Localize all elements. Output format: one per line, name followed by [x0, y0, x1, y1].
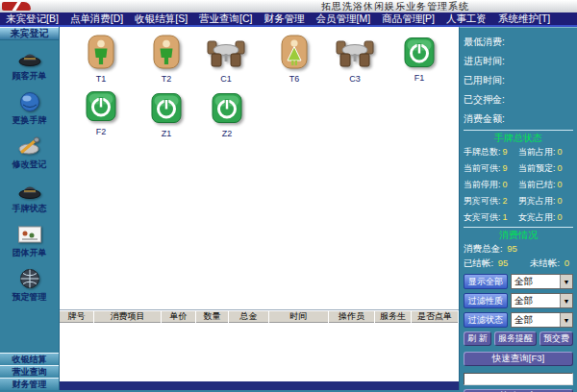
- sidebar-item-修改登记[interactable]: 修改登记: [0, 134, 59, 171]
- stat-label: 手牌总数:: [464, 147, 501, 157]
- titlebar: 拓思洗浴休闲娱乐业务管理系统: [0, 0, 577, 12]
- sidebar-group-营业查询[interactable]: 营业查询: [0, 365, 59, 378]
- filter-dropdown-显示全部[interactable]: 全部▼: [511, 274, 573, 289]
- floor-cell-T1[interactable]: T1: [79, 35, 123, 84]
- prepay-button[interactable]: 预交费: [539, 331, 573, 346]
- sidebar-item-label: 更换手牌: [13, 114, 47, 127]
- dropdown-value: 全部: [514, 295, 533, 307]
- service-reminder-button[interactable]: 服务提醒: [494, 331, 537, 346]
- power-icon: [151, 111, 182, 128]
- floor-status-canvas: T1T2C1T6C3F1F2Z1Z2: [60, 27, 459, 310]
- menu-item-9[interactable]: 系统维护[T]: [492, 12, 556, 26]
- floor-cell-Z2[interactable]: Z2: [205, 92, 249, 138]
- filter-button-过滤状态[interactable]: 过滤状态: [464, 312, 508, 328]
- sidebar-item-手牌状态[interactable]: 手牌状态: [0, 178, 59, 215]
- floor-cell-label: T2: [144, 74, 188, 84]
- quick-query-button[interactable]: 快速查询[F3]: [464, 352, 573, 366]
- menu-item-8[interactable]: 人事工资: [440, 12, 492, 26]
- floor-cell-F1[interactable]: F1: [397, 37, 441, 83]
- grid-column-牌号: 牌号: [60, 310, 94, 323]
- menu-item-6[interactable]: 会员管理[M]: [311, 12, 377, 26]
- total-consumption-value: 95: [507, 243, 517, 254]
- unsettled-pair: 未结帐: 0: [530, 257, 569, 270]
- tag-status-stats: 手牌总数:9当前占用:0当前可供:9当前预定:0当前停用:0当前已结:0男宾可供…: [464, 146, 573, 224]
- info-field-消费金额: 消费金额:: [464, 110, 573, 129]
- filter-button-过滤性质[interactable]: 过滤性质: [464, 293, 508, 308]
- stat-value: 9: [503, 147, 508, 157]
- grid-column-数量: 数量: [196, 310, 229, 323]
- floor-cell-T6[interactable]: T6: [272, 35, 316, 84]
- sidebar-item-更换手牌[interactable]: 更换手牌: [0, 89, 59, 127]
- sidebar-collapsed-groups: 收银结算营业查询财务管理: [0, 353, 59, 390]
- sidebar-group-guest-registration[interactable]: 来宾登记: [0, 27, 59, 40]
- sidebar-item-顾客开单[interactable]: 顾客开单: [0, 45, 59, 83]
- floor-cell-label: F1: [397, 73, 441, 83]
- chevron-down-icon[interactable]: ▼: [560, 294, 572, 307]
- stat-手牌总数: 手牌总数:9: [464, 146, 518, 159]
- grid-column-单价: 单价: [162, 310, 196, 323]
- tag-status-section-header: 手牌总状态: [464, 133, 573, 144]
- floor-cell-label: T1: [79, 74, 123, 84]
- quick-query-input[interactable]: [464, 373, 573, 385]
- main-area: T1T2C1T6C3F1F2Z1Z2 牌号消费项目单价数量总金时间操作员服务生是…: [60, 27, 459, 390]
- hat-icon: [15, 178, 44, 202]
- dropdown-value: 全部: [514, 314, 533, 327]
- sphere-icon: [15, 89, 44, 113]
- power-icon: [404, 56, 435, 72]
- action-button-row: 刷 新 服务提醒 预交费: [464, 331, 573, 346]
- stat-label: 男宾可供:: [464, 196, 501, 206]
- menu-item-5[interactable]: 财务管理: [259, 12, 311, 26]
- stat-label: 当前已结:: [518, 180, 556, 189]
- menu-item-1[interactable]: 来宾登记[B]: [0, 12, 64, 26]
- settled-pair: 已结帐: 95: [464, 257, 508, 270]
- filter-rows: 显示全部全部▼过滤性质全部▼过滤状态全部▼: [464, 274, 573, 328]
- stat-value: 0: [558, 147, 563, 157]
- stat-value: 0: [558, 196, 563, 206]
- power-icon: [212, 111, 242, 128]
- globe-icon: [15, 266, 44, 290]
- stat-当前已结: 当前已结:0: [518, 179, 573, 191]
- hat-icon: [15, 45, 44, 69]
- stat-男宾占用: 男宾占用:0: [518, 195, 573, 208]
- sidebar-group-收银结算[interactable]: 收银结算: [0, 353, 59, 365]
- stat-value: 2: [503, 196, 508, 206]
- left-sidebar: 来宾登记 顾客开单更换手牌修改登记手牌状态团体开单预定管理 收银结算营业查询财务…: [0, 27, 60, 390]
- sidebar-item-label: 手牌状态: [13, 203, 47, 215]
- stat-男宾可供: 男宾可供:2: [464, 195, 518, 208]
- stat-value: 1: [503, 212, 508, 222]
- divider: [464, 130, 573, 131]
- stat-当前预定: 当前预定:0: [518, 162, 573, 175]
- filter-button-显示全部[interactable]: 显示全部: [464, 274, 508, 289]
- sidebar-item-label: 顾客开单: [13, 70, 47, 83]
- sidebar-item-预定管理[interactable]: 预定管理: [0, 266, 59, 304]
- grid-column-消费项目: 消费项目: [94, 310, 162, 323]
- window-title: 拓思洗浴休闲娱乐业务管理系统: [321, 0, 469, 13]
- floor-cell-label: C1: [204, 74, 248, 84]
- filter-dropdown-过滤性质[interactable]: 全部▼: [511, 293, 573, 308]
- filter-dropdown-过滤状态[interactable]: 全部▼: [511, 312, 573, 328]
- info-field-进店时间: 进店时间:: [464, 52, 573, 71]
- stat-当前停用: 当前停用:0: [464, 179, 518, 191]
- menu-item-4[interactable]: 营业查询[C]: [193, 12, 258, 26]
- chevron-down-icon[interactable]: ▼: [560, 275, 572, 288]
- app-window: 拓思洗浴休闲娱乐业务管理系统 来宾登记[B]点单消费[D]收银结算[S]营业查询…: [0, 0, 577, 392]
- filter-row-过滤性质: 过滤性质全部▼: [464, 293, 573, 308]
- menu-item-7[interactable]: 商品管理[P]: [376, 12, 440, 26]
- chevron-down-icon[interactable]: ▼: [560, 313, 572, 327]
- stat-当前占用: 当前占用:0: [518, 146, 573, 159]
- app-logo-icon: [2, 2, 31, 11]
- floor-cell-Z1[interactable]: Z1: [144, 92, 188, 138]
- menu-item-3[interactable]: 收银结算[S]: [129, 12, 193, 26]
- sidebar-group-财务管理[interactable]: 财务管理: [0, 378, 59, 390]
- unsettled-value: 0: [564, 257, 569, 268]
- sidebar-item-label: 预定管理: [13, 291, 47, 304]
- floor-cell-T2[interactable]: T2: [144, 35, 188, 84]
- floor-cell-F2[interactable]: F2: [79, 90, 123, 136]
- floor-cell-label: Z1: [144, 129, 188, 138]
- settled-value: 95: [498, 257, 509, 268]
- sidebar-item-团体开单[interactable]: 团体开单: [0, 222, 59, 259]
- menu-item-2[interactable]: 点单消费[D]: [64, 12, 129, 26]
- refresh-button[interactable]: 刷 新: [464, 331, 491, 346]
- floor-cell-C3[interactable]: C3: [333, 35, 377, 84]
- floor-cell-C1[interactable]: C1: [204, 35, 248, 84]
